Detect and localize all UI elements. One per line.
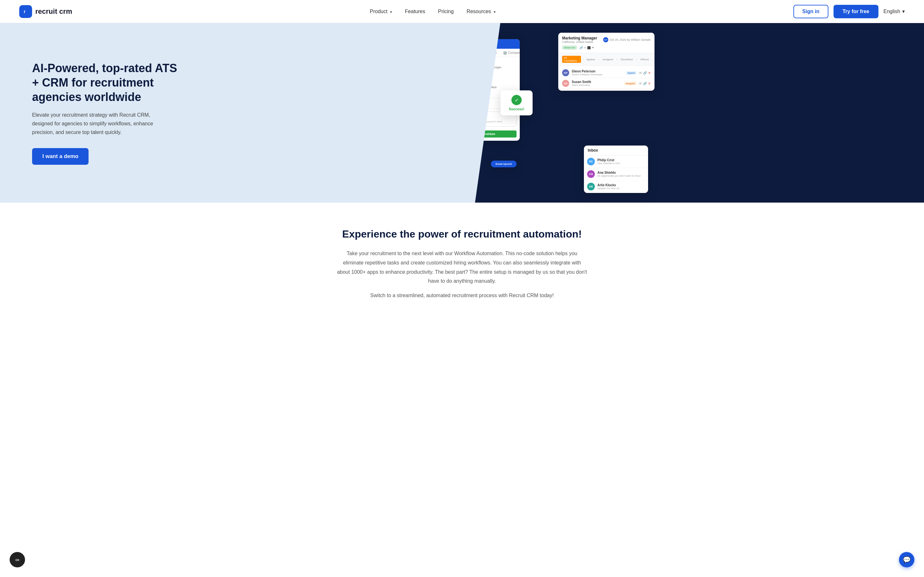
pcand-badge-2: Assigned — [624, 82, 636, 85]
logo-icon: r — [19, 5, 32, 18]
pcand-name-2: Susan Smith — [572, 80, 622, 84]
demo-button[interactable]: I want a demo — [32, 148, 89, 165]
inbox-preview-3: Update On Your Jo... — [598, 187, 621, 190]
link-icon-2: 🔗 — [643, 82, 647, 85]
inbox-row-3[interactable]: AK Arlie Klocks Update On Your Jo... — [584, 181, 648, 193]
pipeline-updated: Oct 26, 2020 by William Sample — [610, 38, 651, 41]
pipeline-name: Marketing Manager — [562, 36, 601, 40]
edit-icon-2: ✉ — [639, 82, 642, 85]
hero-subtext: Elevate your recruitment strategy with R… — [32, 111, 167, 137]
nav-right: Sign in Try for free English ▾ — [793, 5, 905, 18]
try-free-button[interactable]: Try for free — [834, 5, 879, 18]
inbox-preview-1: Your Interest in iOS... — [598, 162, 622, 165]
nav-links: Product ▾ Features Pricing Resources ▾ — [370, 9, 496, 15]
email-upvoid-badge: Email Upvoid — [491, 161, 517, 167]
pcand-avatar-2: SS — [562, 80, 569, 87]
automation-section: Experience the power of recruitment auto… — [0, 203, 924, 326]
inbox-card: Inbox PC Philip Crist Your Interest in i… — [584, 145, 648, 193]
nav-item-resources[interactable]: Resources ▾ — [467, 9, 496, 15]
inbox-name-1: Philip Crist — [598, 158, 622, 162]
inbox-preview-2: An opportunity you don't want to miss! — [598, 174, 641, 177]
nav-resources-link[interactable]: Resources ▾ — [467, 9, 496, 14]
chevron-down-icon: ▾ — [390, 10, 392, 14]
automation-paragraph-2: Switch to a streamlined, automated recru… — [337, 291, 587, 300]
delete-icon-2: ✕ — [648, 82, 651, 85]
stage-assigned[interactable]: Assigned — [601, 57, 615, 61]
nav-item-features[interactable]: Features — [405, 9, 425, 15]
pipeline-candidates: GP Glenn Peterson Senior Software Develo… — [558, 66, 654, 91]
pcand-role-1: Senior Software Developer — [572, 73, 624, 76]
stage-offered[interactable]: Offered — [638, 57, 651, 61]
inbox-row-2[interactable]: AS Ana Shields An opportunity you don't … — [584, 168, 648, 181]
pcand-icons-1: ✉ 🔗 ✕ — [639, 71, 651, 75]
stage-shortlisted[interactable]: Shortlisted — [619, 57, 635, 61]
inbox-avatar-2: AS — [587, 170, 595, 178]
nav-item-pricing[interactable]: Pricing — [438, 9, 454, 15]
success-overlay: ✓ Success! — [501, 90, 533, 115]
edit-icon: ✉ — [639, 71, 642, 75]
pipeline-card: Marketing Manager California, United Sta… — [558, 33, 654, 91]
pcand-avatar-1: GP — [562, 69, 569, 76]
pipeline-badges: Share On 🔗 ✉ ⬛ ❤ — [562, 45, 651, 50]
signin-button[interactable]: Sign in — [793, 5, 829, 18]
inbox-name-3: Arlie Klocks — [598, 183, 621, 187]
inbox-avatar-3: AK — [587, 183, 595, 190]
stage-all[interactable]: All Candidates — [562, 56, 581, 63]
email-upvoid-text: Email Upvoid — [493, 163, 514, 165]
chevron-down-icon-2: ▾ — [494, 10, 496, 14]
pipeline-stages: All Candidates › Applied › Assigned › Sh… — [558, 53, 654, 66]
inbox-avatar-1: PC — [587, 158, 595, 165]
inbox-row-1[interactable]: PC Philip Crist Your Interest in iOS... — [584, 155, 648, 168]
pcand-icons-2: ✉ 🔗 ✕ — [639, 82, 651, 85]
stage-arrow-1: › — [582, 58, 583, 61]
inbox-name-2: Ana Shields — [598, 171, 641, 174]
stage-arrow-3: › — [616, 58, 617, 61]
pipeline-cand-row-1: GP Glenn Peterson Senior Software Develo… — [558, 68, 654, 78]
hero-section: AI-Powered, top-rated ATS + CRM for recr… — [0, 23, 924, 203]
navbar: r recruit crm Product ▾ Features Pricing… — [0, 0, 924, 23]
inbox-title: Inbox — [584, 145, 648, 155]
hero-left: AI-Powered, top-rated ATS + CRM for recr… — [0, 23, 462, 203]
language-selector[interactable]: English ▾ — [884, 8, 905, 15]
chevron-down-icon-3: ▾ — [902, 8, 905, 15]
success-check-icon: ✓ — [511, 95, 522, 105]
nav-features-link[interactable]: Features — [405, 9, 425, 14]
svg-text:r: r — [24, 9, 26, 14]
nav-item-product[interactable]: Product ▾ — [370, 9, 392, 15]
automation-heading: Experience the power of recruitment auto… — [19, 228, 905, 240]
hero-right: r recruit crm 👤Candidate 📋Contact 🏢Compa… — [462, 23, 924, 203]
tab-company[interactable]: 🏢Company — [500, 49, 520, 57]
pipeline-cand-row-2: SS Susan Smith Sales Executive Assigned … — [558, 78, 654, 89]
pcand-role-2: Sales Executive — [572, 84, 622, 87]
success-text: Success! — [505, 107, 528, 111]
stage-arrow-2: › — [598, 58, 599, 61]
nav-pricing-link[interactable]: Pricing — [438, 9, 454, 14]
pcand-badge-1: Applied — [626, 71, 636, 75]
logo-text: recruit crm — [35, 7, 72, 16]
pipeline-person: Marketing Manager California, United Sta… — [562, 36, 651, 44]
stage-arrow-4: › — [636, 58, 637, 61]
logo-link[interactable]: r recruit crm — [19, 5, 72, 18]
automation-paragraph-1: Take your recruitment to the next level … — [337, 249, 587, 286]
nav-product-link[interactable]: Product ▾ — [370, 9, 392, 14]
delete-icon: ✕ — [648, 71, 651, 75]
pipeline-avatar-sm: SP — [603, 37, 608, 42]
link-icon: 🔗 — [643, 71, 647, 75]
pipeline-location: California, United States — [562, 40, 601, 44]
pcand-name-1: Glenn Peterson — [572, 69, 624, 73]
pipeline-header: Marketing Manager California, United Sta… — [558, 33, 654, 53]
hero-headline: AI-Powered, top-rated ATS + CRM for recr… — [32, 61, 186, 104]
stage-applied[interactable]: Applied — [585, 57, 597, 61]
badge-share: Share On — [562, 45, 577, 50]
svg-rect-0 — [22, 8, 29, 15]
